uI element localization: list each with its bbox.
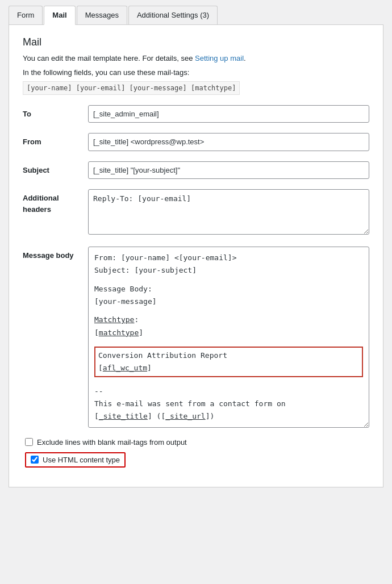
use-html-row: Use HTML content type [25,452,369,468]
message-body-label: Message body [23,247,88,261]
exclude-blank-label[interactable]: Exclude lines with blank mail-tags from … [37,438,187,447]
from-label: From [23,133,88,148]
description-line1: You can edit the mail template here. For… [23,53,369,65]
message-body-field: From: [your-name] <[your-email]> Subject… [88,247,369,428]
highlighted-attribution-block: Conversion Attribution Report [afl_wc_ut… [94,347,363,377]
description-line3: In the following fields, you can use the… [23,67,369,79]
panel-title: Mail [23,36,369,48]
use-html-highlighted-wrapper: Use HTML content type [25,452,126,468]
setting-up-mail-link[interactable]: Setting up mail [195,54,244,62]
from-row: From [23,133,369,151]
subject-row: Subject [23,161,369,180]
from-field [88,133,369,151]
to-row: To [23,105,369,123]
tab-messages[interactable]: Messages [77,6,127,24]
mail-tags: [your-name] [your-email] [your-message] … [23,81,240,95]
message-body-textarea[interactable]: From: [your-name] <[your-email]> Subject… [88,247,369,428]
message-body-row: Message body From: [your-name] <[your-em… [23,247,369,428]
to-label: To [23,105,88,120]
to-input[interactable] [88,105,369,123]
subject-label: Subject [23,161,88,176]
additional-headers-label: Additional headers [23,189,88,215]
additional-headers-field: Reply-To: [your-email] [88,189,369,236]
exclude-blank-checkbox[interactable] [25,438,33,446]
additional-headers-textarea[interactable]: Reply-To: [your-email] [88,189,369,235]
tab-additional-settings[interactable]: Additional Settings (3) [128,6,218,24]
subject-input[interactable] [88,161,369,180]
mail-panel: Mail You can edit the mail template here… [9,25,383,487]
additional-headers-row: Additional headers Reply-To: [your-email… [23,189,369,236]
tab-form[interactable]: Form [9,6,43,24]
tab-mail[interactable]: Mail [44,6,75,25]
from-input[interactable] [88,133,369,151]
subject-field [88,161,369,180]
checkboxes-area: Exclude lines with blank mail-tags from … [23,438,369,468]
use-html-label[interactable]: Use HTML content type [43,456,120,464]
use-html-checkbox[interactable] [31,456,39,464]
to-field [88,105,369,123]
exclude-blank-row: Exclude lines with blank mail-tags from … [25,438,369,447]
tabs-bar: Form Mail Messages Additional Settings (… [9,6,383,25]
